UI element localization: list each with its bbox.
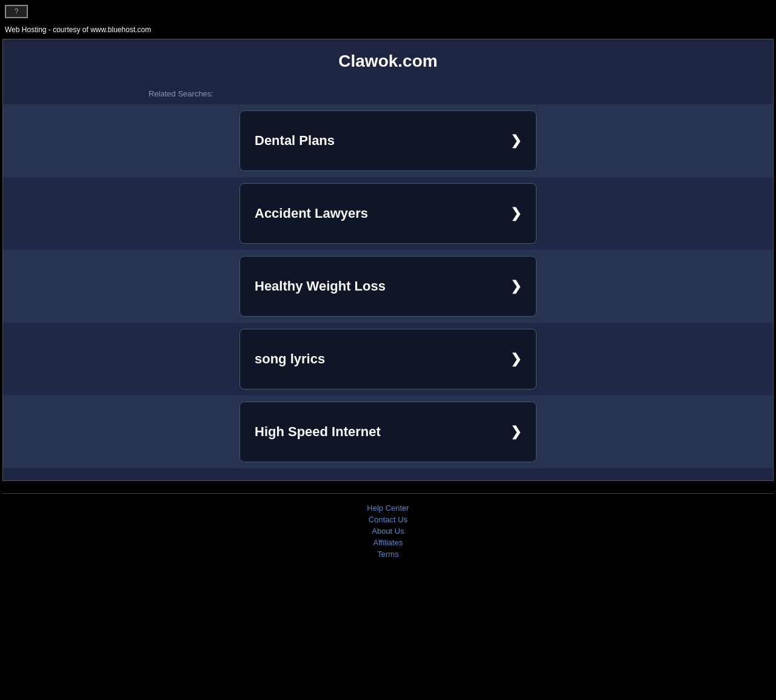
search-items-list: Dental Plans❯Accident Lawyers❯Healthy We… — [3, 104, 773, 468]
chevron-right-icon-healthy-weight-loss: ❯ — [510, 278, 521, 294]
search-item-label-song-lyrics: song lyrics — [255, 351, 325, 367]
search-item-row-song-lyrics: song lyrics❯ — [3, 323, 773, 395]
search-item-high-speed-internet[interactable]: High Speed Internet❯ — [239, 402, 537, 462]
search-item-label-high-speed-internet: High Speed Internet — [255, 424, 381, 440]
search-item-accident-lawyers[interactable]: Accident Lawyers❯ — [239, 183, 537, 244]
search-item-label-dental-plans: Dental Plans — [255, 133, 335, 149]
question-box[interactable]: ? — [5, 5, 28, 18]
question-mark: ? — [15, 7, 19, 16]
search-item-healthy-weight-loss[interactable]: Healthy Weight Loss❯ — [239, 256, 537, 317]
site-title: Clawok.com — [3, 39, 773, 89]
main-container: Clawok.com Related Searches: Dental Plan… — [2, 39, 774, 481]
search-items-wrapper: Dental Plans❯Accident Lawyers❯Healthy We… — [3, 104, 773, 468]
hosting-credit: Web Hosting - courtesy of www.bluehost.c… — [0, 23, 776, 39]
search-item-label-healthy-weight-loss: Healthy Weight Loss — [255, 278, 386, 294]
search-item-row-high-speed-internet: High Speed Internet❯ — [3, 395, 773, 468]
search-item-row-healthy-weight-loss: Healthy Weight Loss❯ — [3, 250, 773, 323]
footer-link-about-us[interactable]: About Us — [0, 527, 776, 536]
chevron-right-icon-song-lyrics: ❯ — [510, 351, 521, 367]
chevron-right-icon-high-speed-internet: ❯ — [510, 424, 521, 440]
search-item-row-accident-lawyers: Accident Lawyers❯ — [3, 177, 773, 250]
search-item-row-dental-plans: Dental Plans❯ — [3, 104, 773, 177]
search-item-dental-plans[interactable]: Dental Plans❯ — [239, 110, 537, 171]
chevron-right-icon-accident-lawyers: ❯ — [510, 206, 521, 221]
footer-link-affiliates[interactable]: Affiliates — [0, 538, 776, 547]
top-bar: ? — [0, 0, 776, 23]
footer-link-contact-us[interactable]: Contact Us — [0, 515, 776, 524]
related-searches-label: Related Searches: — [3, 89, 773, 104]
search-item-label-accident-lawyers: Accident Lawyers — [255, 206, 368, 221]
footer-link-terms[interactable]: Terms — [0, 550, 776, 559]
footer-link-help-center[interactable]: Help Center — [0, 503, 776, 513]
footer: Help CenterContact UsAbout UsAffiliatesT… — [0, 494, 776, 568]
search-item-song-lyrics[interactable]: song lyrics❯ — [239, 329, 537, 389]
chevron-right-icon-dental-plans: ❯ — [510, 133, 521, 149]
